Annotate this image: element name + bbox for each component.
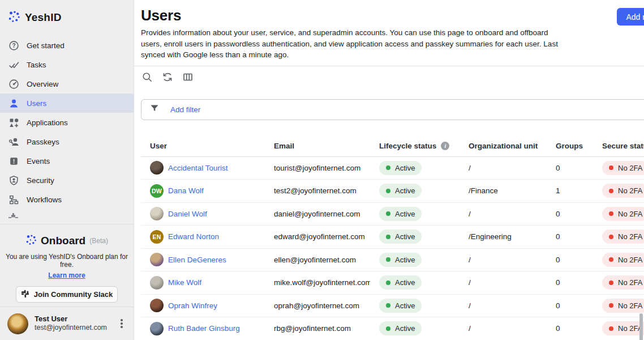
sidebar-item-get-started[interactable]: ? Get started <box>0 36 134 55</box>
clipped-nav-icon <box>8 213 18 218</box>
sidebar-nav: ? Get started Tasks Overview <box>0 36 134 209</box>
lifecycle-status-badge: Active <box>379 253 422 267</box>
refresh-icon[interactable] <box>161 71 174 83</box>
security-icon <box>8 175 19 186</box>
groups-count: 0 <box>547 164 593 172</box>
vertical-scrollbar[interactable] <box>639 313 643 340</box>
add-filter-label[interactable]: Add filter <box>170 105 200 114</box>
status-dot <box>609 303 613 308</box>
table-row[interactable]: EN Edward Norton edward@joyofinternet.co… <box>141 226 644 249</box>
account-avatar[interactable] <box>7 313 28 334</box>
user-email: ellen@joyofinternet.com <box>265 256 370 264</box>
user-name-link[interactable]: Ruth Bader Ginsburg <box>168 324 240 333</box>
filter-bar[interactable]: Add filter <box>141 99 644 120</box>
secure-status-badge: No 2FA <box>602 161 644 175</box>
table-row[interactable]: Accidental Tourist tourist@joyofinternet… <box>141 157 644 180</box>
filter-funnel-icon <box>149 103 160 116</box>
table-row[interactable]: Ruth Bader Ginsburg rbg@joyofinternet.co… <box>141 317 644 340</box>
users-icon <box>8 98 19 109</box>
workflows-icon <box>8 194 19 205</box>
clipped-nav-item[interactable] <box>0 209 134 224</box>
account-footer: Test User test@joyofinternet.com <box>0 307 134 340</box>
account-name: Test User <box>35 314 107 324</box>
sidebar-item-label: Events <box>27 157 50 165</box>
users-table: User Email Lifecycle status i Organizati… <box>141 135 644 340</box>
groups-count: 0 <box>547 256 593 264</box>
org-unit-value: / <box>460 256 547 264</box>
user-name-link[interactable]: Oprah Winfrey <box>168 301 217 310</box>
help-icon: ? <box>8 40 19 51</box>
groups-count: 1 <box>547 186 593 195</box>
user-name-link[interactable]: Daniel Wolf <box>168 210 207 218</box>
user-name-link[interactable]: Accidental Tourist <box>168 164 228 172</box>
user-name-link[interactable]: Ellen DeGeneres <box>168 256 226 264</box>
user-avatar <box>150 253 164 266</box>
sidebar-item-passkeys[interactable]: Passkeys <box>0 132 134 151</box>
column-header-groups[interactable]: Groups <box>547 142 593 150</box>
column-header-secure-status[interactable]: Secure status <box>593 142 644 150</box>
column-header-org-unit[interactable]: Organizational unit <box>460 142 547 150</box>
status-dot <box>609 280 613 285</box>
org-unit-value: / <box>460 278 547 287</box>
user-avatar <box>150 322 164 335</box>
lifecycle-status-badge: Active <box>379 184 422 198</box>
columns-icon[interactable] <box>182 71 194 83</box>
org-unit-value: / <box>460 164 547 172</box>
table-row[interactable]: Ellen DeGeneres ellen@joyofinternet.com … <box>141 249 644 272</box>
add-new-user-button[interactable]: Add new user <box>617 8 644 26</box>
search-icon[interactable] <box>141 71 153 83</box>
status-dot <box>386 211 390 216</box>
table-row[interactable]: Oprah Winfrey oprah@joyofinternet.com Ac… <box>141 295 644 318</box>
brand[interactable]: YeshID <box>0 0 134 27</box>
user-name-link[interactable]: Mike Wolf <box>168 278 201 287</box>
user-name-link[interactable]: Dana Wolf <box>168 186 204 195</box>
user-avatar <box>150 276 164 290</box>
join-slack-button[interactable]: Join Community Slack <box>16 286 118 303</box>
app-window: YeshID ? Get started Tasks <box>0 0 644 340</box>
plan-title: Onboard <box>41 235 85 247</box>
status-dot <box>386 189 390 193</box>
info-icon[interactable]: i <box>441 142 449 150</box>
sidebar-item-label: Applications <box>27 118 68 127</box>
column-header-lifecycle-status[interactable]: Lifecycle status i <box>370 142 460 150</box>
sidebar-item-workflows[interactable]: Workflows <box>0 190 134 209</box>
user-avatar <box>150 299 164 312</box>
events-icon <box>8 156 19 167</box>
user-name-link[interactable]: Edward Norton <box>168 232 219 241</box>
status-dot <box>609 165 613 170</box>
sidebar-item-users[interactable]: Users <box>0 94 134 113</box>
column-header-user[interactable]: User <box>141 142 265 150</box>
brand-name: YeshID <box>25 11 62 24</box>
table-row[interactable]: Daniel Wolf daniel@joyofinternet.com Act… <box>141 203 644 226</box>
secure-status-badge: No 2FA <box>602 230 644 244</box>
sidebar-item-overview[interactable]: Overview <box>0 74 134 94</box>
table-header-row: User Email Lifecycle status i Organizati… <box>141 135 644 157</box>
slack-icon <box>21 290 29 300</box>
org-unit-value: /Finance <box>460 186 547 195</box>
main-content: Users Provides information about your us… <box>134 0 644 340</box>
user-avatar: EN <box>150 230 164 244</box>
user-avatar <box>150 161 164 175</box>
status-dot <box>386 280 390 285</box>
groups-count: 0 <box>547 301 593 310</box>
lifecycle-status-badge: Active <box>379 230 422 244</box>
user-avatar: DW <box>150 184 164 198</box>
account-email: test@joyofinternet.com <box>35 324 107 333</box>
sidebar-item-applications[interactable]: Applications <box>0 113 134 132</box>
table-row[interactable]: DW Dana Wolf test2@joyofinternet.com Act… <box>141 180 644 203</box>
user-email: tourist@joyofinternet.com <box>265 164 370 172</box>
sidebar: YeshID ? Get started Tasks <box>0 0 134 340</box>
sidebar-item-label: Security <box>27 176 54 185</box>
status-dot <box>386 257 390 262</box>
groups-count: 0 <box>547 278 593 287</box>
secure-status-badge: No 2FA <box>602 184 644 198</box>
column-header-email[interactable]: Email <box>265 142 370 150</box>
sidebar-item-events[interactable]: Events <box>0 151 134 171</box>
table-row[interactable]: Mike Wolf mike.wolf@joyofinternet.com Ac… <box>141 271 644 295</box>
groups-count: 0 <box>547 210 593 218</box>
learn-more-link[interactable]: Learn more <box>48 271 85 279</box>
sidebar-item-label: Tasks <box>27 61 46 69</box>
sidebar-item-security[interactable]: Security <box>0 171 134 190</box>
sidebar-item-tasks[interactable]: Tasks <box>0 55 134 74</box>
account-menu-kebab-icon[interactable] <box>117 318 127 329</box>
